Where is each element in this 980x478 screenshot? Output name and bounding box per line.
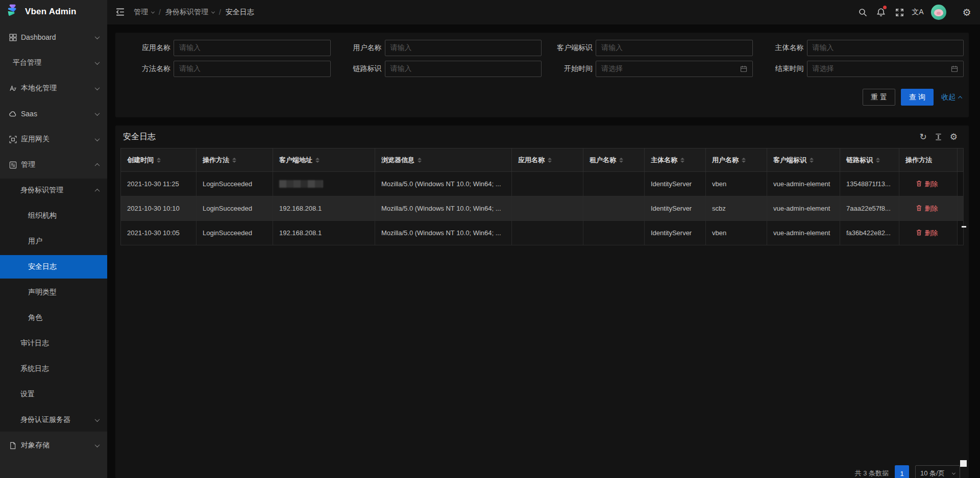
table-scrollbar-gutter (958, 221, 964, 245)
settings-gear-icon[interactable]: ⚙ (958, 0, 976, 24)
form-field-method-name: 方法名称请输入 (119, 61, 331, 77)
sidebar-item-system-log[interactable]: 系统日志 (0, 357, 107, 381)
column-header-trace_id[interactable]: 链路标识 (840, 148, 899, 172)
top-header: 管理/身份标识管理/安全日志 文A (107, 0, 980, 24)
chevron-down-icon (95, 60, 100, 65)
sidebar-item-dashboard[interactable]: Dashboard (0, 26, 107, 49)
row-height-icon[interactable] (935, 133, 942, 141)
panel-scrollbar-thumb[interactable] (960, 460, 967, 467)
column-header-app_name[interactable]: 应用名称 (512, 148, 583, 172)
avatar-pig-face (934, 9, 943, 16)
breadcrumb-item-identity-management[interactable]: 身份标识管理 (165, 8, 214, 17)
sort-icon[interactable] (548, 158, 552, 163)
table-title: 安全日志 (123, 132, 156, 142)
fullscreen-icon[interactable] (890, 0, 909, 24)
column-header-client_id[interactable]: 客户端标识 (767, 148, 840, 172)
security-log-panel: 安全日志 ↻ ⚙ 创建时间操作方法客户端地址浏览器信息应用名称租户名称主体名称用… (115, 125, 969, 478)
subject-name-input[interactable]: 请输入 (807, 40, 964, 56)
management-icon (9, 161, 17, 169)
cell-method: LoginSucceeded (197, 196, 273, 221)
sidebar-item-settings[interactable]: 设置 (0, 383, 107, 406)
table-settings-gear-icon[interactable]: ⚙ (950, 132, 958, 142)
column-label: 操作方法 (905, 156, 932, 165)
column-header-browser[interactable]: 浏览器信息 (375, 148, 512, 172)
cell-app_name (512, 221, 583, 245)
breadcrumb-item-security-log[interactable]: 安全日志 (226, 8, 254, 17)
column-header-user_name[interactable]: 用户名称 (706, 148, 767, 172)
notification-icon[interactable] (872, 0, 890, 24)
cell-trace_id: 13548871f13... (840, 172, 899, 196)
sidebar-item-label: 系统日志 (20, 364, 49, 373)
sidebar-item-platform-management[interactable]: 平台管理 (0, 51, 107, 74)
table-scrollbar-gutter (958, 196, 964, 221)
form-field-user-name: 用户名称请输入 (331, 40, 542, 56)
end-time-input[interactable]: 请选择 (807, 61, 964, 77)
sidebar-item-label: 组织机构 (28, 211, 57, 220)
pagination: 共 3 条数据 1 10 条/页 (855, 465, 960, 478)
column-label: 主体名称 (651, 156, 677, 165)
trash-icon (916, 229, 922, 237)
table-toolbar: 安全日志 ↻ ⚙ (115, 125, 969, 148)
search-icon[interactable] (853, 0, 872, 24)
column-label: 创建时间 (127, 156, 154, 165)
sort-icon[interactable] (418, 158, 422, 163)
sidebar-item-object-storage[interactable]: 对象存储 (0, 434, 107, 457)
sidebar-item-localization-management[interactable]: 本地化管理 (0, 77, 107, 100)
sort-icon[interactable] (157, 158, 161, 163)
field-label: 链路标识 (331, 64, 382, 73)
column-header-tenant_name[interactable]: 租户名称 (583, 148, 645, 172)
delete-link[interactable]: 删除 (899, 172, 958, 196)
refresh-icon[interactable]: ↻ (920, 132, 927, 142)
pagination-page-1[interactable]: 1 (895, 465, 909, 478)
field-label: 客户端标识 (542, 43, 593, 53)
sidebar-item-saas[interactable]: Saas (0, 102, 107, 125)
sidebar-item-app-gateway[interactable]: 应用网关 (0, 128, 107, 151)
sort-icon[interactable] (232, 158, 236, 163)
delete-link[interactable]: 删除 (899, 221, 958, 245)
sidebar-item-label: Saas (21, 110, 37, 118)
field-label: 应用名称 (119, 43, 170, 53)
sort-icon[interactable] (876, 158, 880, 163)
sidebar-item-management[interactable]: 管理 (0, 153, 107, 177)
sort-icon[interactable] (680, 158, 684, 163)
cell-client_address: 192.168.208.1 (273, 196, 375, 221)
sidebar-item-roles[interactable]: 角色 (0, 306, 107, 330)
collapse-form-link[interactable]: 收起 (941, 93, 962, 102)
sort-icon[interactable] (742, 158, 746, 163)
table-scrollbar-thumb[interactable] (962, 226, 966, 228)
chevron-down-icon (95, 442, 100, 447)
delete-link[interactable]: 删除 (899, 196, 958, 221)
sidebar-item-organization[interactable]: 组织机构 (0, 204, 107, 228)
client-id-input[interactable]: 请输入 (596, 40, 753, 56)
cell-method: LoginSucceeded (197, 172, 273, 196)
sidebar-item-identity-server[interactable]: 身份认证服务器 (0, 408, 107, 432)
field-label: 用户名称 (331, 43, 382, 53)
sidebar-item-claim-types[interactable]: 声明类型 (0, 281, 107, 304)
locale-icon[interactable]: 文A (909, 0, 927, 24)
reset-button[interactable]: 重 置 (863, 89, 895, 106)
sidebar-item-audit-log[interactable]: 审计日志 (0, 332, 107, 355)
logo[interactable]: Vben Admin (0, 0, 107, 23)
start-time-input[interactable]: 请选择 (596, 61, 753, 77)
sidebar-item-users[interactable]: 用户 (0, 230, 107, 253)
sort-icon[interactable] (619, 158, 623, 163)
sort-icon[interactable] (810, 158, 814, 163)
breadcrumb-item-management[interactable]: 管理 (134, 8, 154, 17)
column-header-client_address[interactable]: 客户端地址 (273, 148, 375, 172)
search-button[interactable]: 查 询 (901, 89, 934, 106)
column-header-subject_name[interactable]: 主体名称 (645, 148, 706, 172)
trace-id-input[interactable]: 请输入 (385, 61, 542, 77)
page-size-select[interactable]: 10 条/页 (915, 465, 960, 478)
column-header-created_at[interactable]: 创建时间 (121, 148, 197, 172)
cell-tenant_name (583, 172, 645, 196)
sidebar-item-security-log[interactable]: 安全日志 (0, 255, 107, 279)
sidebar-item-identity-management[interactable]: 身份标识管理 (0, 179, 107, 202)
menu-fold-icon[interactable] (115, 7, 126, 17)
cell-client_id: vue-admin-element (767, 196, 840, 221)
method-name-input[interactable]: 请输入 (174, 61, 331, 77)
column-header-method[interactable]: 操作方法 (197, 148, 273, 172)
app-name-input[interactable]: 请输入 (174, 40, 331, 56)
avatar[interactable] (931, 5, 946, 20)
sort-icon[interactable] (315, 158, 320, 163)
user-name-input[interactable]: 请输入 (385, 40, 542, 56)
